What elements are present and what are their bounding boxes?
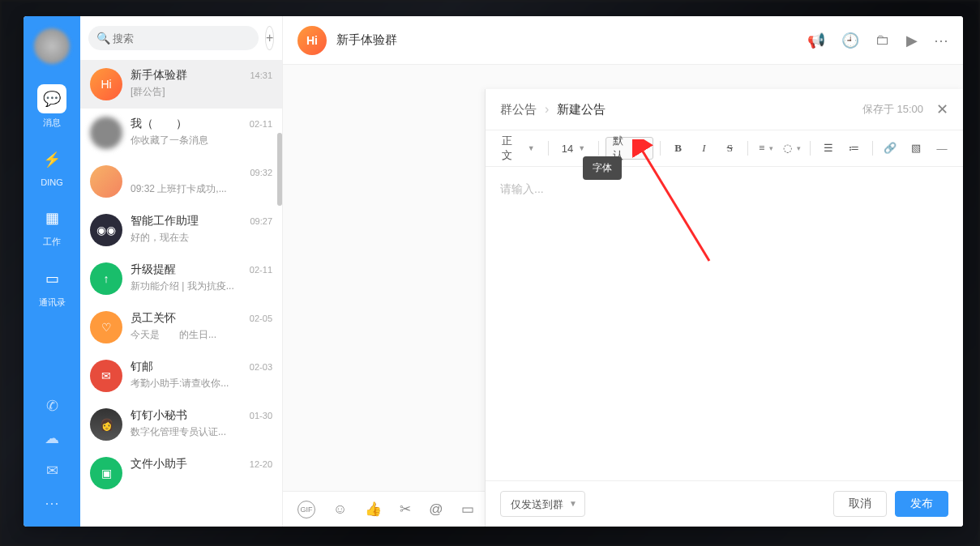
chevron-down-icon: ▼ bbox=[578, 144, 585, 152]
editor-content[interactable]: 请输入... bbox=[486, 167, 963, 480]
conversation-name: 钉钉小秘书 bbox=[131, 408, 187, 423]
publish-button[interactable]: 发布 bbox=[895, 491, 948, 517]
chat-header-actions: 📢 🕘 🗀 ▶ ⋯ bbox=[807, 32, 948, 49]
folder-icon[interactable]: 🗀 bbox=[875, 32, 890, 49]
number-list-button[interactable]: ≔ bbox=[843, 137, 866, 160]
bold-button[interactable]: B bbox=[667, 137, 690, 160]
strikethrough-button[interactable]: S bbox=[718, 137, 741, 160]
conversation-time: 01-30 bbox=[250, 411, 272, 420]
conversation-avatar bbox=[90, 165, 122, 198]
cancel-button[interactable]: 取消 bbox=[833, 491, 887, 517]
conversation-name: 文件小助手 bbox=[131, 457, 187, 471]
add-button[interactable]: + bbox=[265, 26, 274, 50]
conversation-item[interactable]: ↑升级提醒02-11新功能介绍 | 我为抗疫... bbox=[80, 254, 282, 303]
conversation-snippet: 今天是 的生日... bbox=[131, 328, 272, 342]
conversation-avatar bbox=[90, 117, 122, 149]
ding-icon: ⚡ bbox=[37, 145, 66, 174]
conversation-time: 02-11 bbox=[250, 265, 272, 275]
rail-item-contacts[interactable]: ▭ 通讯录 bbox=[37, 264, 66, 309]
font-tooltip: 字体 bbox=[583, 156, 622, 180]
conversation-snippet: 考勤小助手:请查收你... bbox=[131, 377, 272, 390]
close-editor-button[interactable]: ✕ bbox=[936, 100, 948, 118]
scissors-icon[interactable]: ✂ bbox=[400, 501, 411, 518]
user-avatar[interactable] bbox=[34, 28, 70, 64]
gif-icon[interactable]: GIF bbox=[297, 501, 315, 518]
divider-button[interactable]: ― bbox=[931, 137, 953, 160]
clock-icon[interactable]: 🕘 bbox=[841, 32, 859, 49]
announcement-editor: 群公告 › 新建公告 保存于 15:00 ✕ 正文▼ 14▼ 默认▼ B I S… bbox=[485, 89, 963, 527]
saved-indicator: 保存于 15:00 bbox=[862, 102, 923, 117]
thumbs-up-icon[interactable]: 👍 bbox=[365, 501, 382, 518]
conversation-time: 09:32 bbox=[250, 168, 272, 177]
mention-icon[interactable]: @ bbox=[429, 501, 443, 518]
chat-title: 新手体验群 bbox=[336, 32, 807, 48]
conversation-name: 我（ ） bbox=[131, 117, 187, 131]
conversation-time: 14:31 bbox=[250, 70, 272, 80]
phone-icon[interactable]: ✆ bbox=[46, 397, 58, 415]
chevron-down-icon: ▼ bbox=[639, 144, 646, 152]
conversation-snippet: [群公告] bbox=[131, 85, 272, 99]
cloud-icon[interactable]: ☁ bbox=[45, 429, 59, 447]
conversation-item[interactable]: 👩钉钉小秘书01-30数字化管理专员认证... bbox=[80, 400, 282, 449]
image-button[interactable]: ▧ bbox=[905, 137, 927, 160]
rail-label: 消息 bbox=[43, 117, 61, 129]
conversation-name bbox=[131, 165, 142, 180]
rail-label: DING bbox=[41, 177, 63, 187]
conversation-avatar: ▣ bbox=[90, 457, 122, 489]
conversation-snippet: 数字化管理专员认证... bbox=[131, 425, 272, 439]
highlight-button[interactable]: ◌▾ bbox=[781, 137, 803, 160]
conversation-snippet: 好的，现在去 bbox=[131, 231, 272, 245]
emoji-icon[interactable]: ☺ bbox=[333, 501, 347, 518]
send-target-select[interactable]: 仅发送到群 bbox=[500, 491, 585, 517]
rail-label: 通讯录 bbox=[39, 296, 66, 309]
conversation-avatar: Hi bbox=[90, 68, 122, 100]
message-icon: 💬 bbox=[37, 84, 66, 113]
conversation-item[interactable]: ▣文件小助手12-20 bbox=[80, 449, 282, 497]
editor-toolbar: 正文▼ 14▼ 默认▼ B I S ≡▾ ◌▾ ☰ ≔ 🔗 ▧ ― bbox=[486, 130, 963, 167]
rail-label: 工作 bbox=[43, 236, 61, 248]
conversation-snippet: 你收藏了一条消息 bbox=[131, 134, 272, 147]
chat-avatar: Hi bbox=[297, 26, 327, 55]
link-button[interactable]: 🔗 bbox=[879, 137, 902, 160]
italic-button[interactable]: I bbox=[693, 137, 716, 160]
conversation-time: 02-03 bbox=[250, 362, 272, 372]
text-color-button[interactable]: ≡▾ bbox=[755, 137, 777, 160]
search-icon: 🔍 bbox=[96, 32, 110, 45]
mail-icon[interactable]: ✉ bbox=[46, 462, 58, 480]
conversation-item[interactable]: ◉◉智能工作助理09:27好的，现在去 bbox=[80, 206, 282, 254]
editor-footer: 仅发送到群 ▼ 取消 发布 bbox=[486, 480, 963, 527]
conversation-item[interactable]: 我（ ）02-11你收藏了一条消息 bbox=[80, 109, 282, 157]
bullet-list-button[interactable]: ☰ bbox=[817, 137, 840, 160]
conversation-snippet: 新功能介绍 | 我为抗疫... bbox=[131, 279, 272, 293]
conversation-item[interactable]: Hi新手体验群14:31[群公告] bbox=[80, 60, 282, 109]
dingtalk-window: ― ▢ ✕ 💬 消息 ⚡ DING ▦ 工作 ▭ 通讯录 ✆ ☁ ✉ ⋯ bbox=[24, 16, 963, 527]
conversation-time: 09:27 bbox=[250, 216, 272, 226]
editor-placeholder: 请输入... bbox=[500, 182, 544, 195]
breadcrumb-root[interactable]: 群公告 bbox=[500, 102, 537, 117]
conversation-item[interactable]: 09:3209:32 上班打卡成功,... bbox=[80, 157, 282, 206]
conversation-item[interactable]: ✉钉邮02-03考勤小助手:请查收你... bbox=[80, 352, 282, 400]
megaphone-icon[interactable]: 📢 bbox=[807, 32, 825, 49]
rail-item-messages[interactable]: 💬 消息 bbox=[37, 84, 66, 129]
more-icon[interactable]: ⋯ bbox=[934, 32, 948, 49]
work-icon: ▦ bbox=[37, 203, 66, 232]
search-input[interactable] bbox=[88, 26, 259, 50]
conversation-snippet bbox=[131, 474, 272, 488]
conversation-name: 新手体验群 bbox=[131, 68, 187, 83]
rail-item-work[interactable]: ▦ 工作 bbox=[37, 203, 66, 248]
conversation-name: 升级提醒 bbox=[131, 262, 176, 277]
chat-header: Hi 新手体验群 📢 🕘 🗀 ▶ ⋯ bbox=[283, 16, 963, 65]
card-icon[interactable]: ▭ bbox=[461, 501, 474, 518]
conversation-time: 12-20 bbox=[250, 459, 272, 469]
more-icon[interactable]: ⋯ bbox=[45, 494, 59, 512]
video-icon[interactable]: ▶ bbox=[906, 32, 918, 49]
conversation-item[interactable]: ♡员工关怀02-05今天是 的生日... bbox=[80, 303, 282, 352]
breadcrumb-current: 新建公告 bbox=[557, 102, 606, 117]
editor-header: 群公告 › 新建公告 保存于 15:00 ✕ bbox=[486, 89, 963, 130]
paragraph-style-select[interactable]: 正文▼ bbox=[495, 137, 541, 160]
conversation-list: 🔍 + Hi新手体验群14:31[群公告]我（ ）02-11你收藏了一条消息 0… bbox=[80, 16, 283, 527]
rail-item-ding[interactable]: ⚡ DING bbox=[37, 145, 66, 187]
conversation-time: 02-11 bbox=[250, 119, 272, 129]
conversation-name: 钉邮 bbox=[131, 360, 153, 374]
nav-rail: 💬 消息 ⚡ DING ▦ 工作 ▭ 通讯录 ✆ ☁ ✉ ⋯ bbox=[24, 16, 80, 527]
